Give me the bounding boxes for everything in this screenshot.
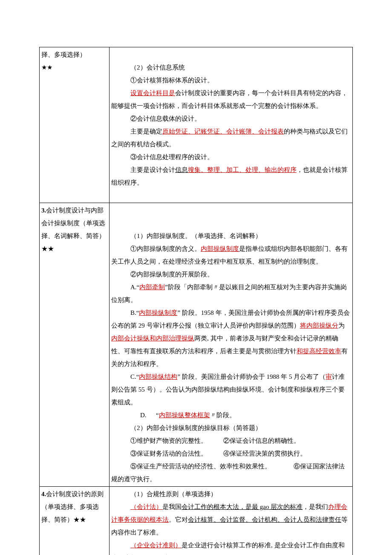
row3-left-cell: 3.会计制度设计与内部会计操纵制度（单项选择、名词解释、简答）★★ [40,203,110,487]
link-vouchers: 原始凭证、记账凭证、会计账簿、会计报表 [162,128,284,135]
row2-right-cell: （2）会计信息系统 ①会计核算指标体系的设计。 设置会计科目是会计制度设计的重要… [110,47,353,203]
row-section-3: 3.会计制度设计与内部会计操纵制度（单项选择、名词解释、简答）★★ （1）内部操… [40,203,353,487]
row2-item3: ③会计信息处理程序的设计。 [111,151,351,163]
row4-left-cell: 4.会计制度设计的原则（单项选择、多项选择、简答）★★ [40,487,110,555]
row3-empty2 [111,217,351,230]
link-internal-acc-control: 内部会计操纵和内部治理操纵 [111,335,194,342]
link-set-accounts: 设置会计科目是 [130,90,175,96]
row-section-2: 择、多项选择） ★★ （2）会计信息系统 ①会计核算指标体系的设计。 设置会计科… [40,47,353,203]
row3-phase-a: A.“内部牵制”阶段「内部牵制〃是以账目之间的相互核对为主要内容并实施岗位别离。 [111,281,351,306]
row4-left: 4.会计制度设计的原则（单项选择、多项选择、简答）★★ [41,488,107,526]
link-efficiency: 和提高经营效率 [297,348,341,355]
row3-def: ①内部操纵制度的含义。内部操纵制度是指单位或组织内部各职能部门、各有关工作人员之… [111,242,351,268]
row3-goal-1-2: ①维护财产物资的完整性。②保证会计信息的精确性。 [111,434,351,447]
link-internal-framework: 内部操纵整体框架 [159,412,210,418]
row2-left-line1: 择、多项选择） [41,48,107,61]
link-process: 搜集、整理、加工、处理、输出的程序 [188,166,297,173]
row3-phases: ②内部操纵制度的开展阶段。 [111,268,351,281]
row4-right-cell: （1）合规性原则（单项选择） （会计法）是我国会计工作的根本大法，是最 gao … [110,487,353,555]
link-accounting-law: （会计法） [130,503,162,510]
row2-item2: ②会计信息载体的设计。 [111,112,351,125]
link-internal-structure: 内部操纵结构 [139,373,177,380]
row2-left-cell: 择、多项选择） ★★ [40,47,110,203]
row3-phase-b: B.“内部操纵制度” 阶段。1958 年，美国注册会计师协会所属的审计程序委员会… [111,306,351,370]
row4-p2: （企业会计准则）是企业进行会计核算工作的标准, 是企业会计工作自由度和统一度相平… [111,539,351,555]
content-table: 择、多项选择） ★★ （2）会计信息系统 ①会计核算指标体系的设计。 设置会计科… [39,47,353,555]
row3-left: 3.会计制度设计与内部会计操纵制度（单项选择、名词解释、简答）★★ [41,204,107,255]
row2-sub-title: （2）会计信息系统 [111,61,351,74]
row-section-4: 4.会计制度设计的原则（单项选择、多项选择、简答）★★ （1）合规性原则（单项选… [40,487,353,555]
row2-item2-desc: 主要是确定原始凭证、记账凭证、会计账簿、会计报表的种类与格式以及它们之间的有机结… [111,125,351,151]
row2-trailing [111,189,351,202]
row3-empty1 [111,204,351,217]
row3-phase-d: D.“内部操纵整体框架〃阶段。 [111,409,351,421]
row3-goal-3-4: ③保证财务活动的合法性。④保证经营决策的贯彻执行。 [111,447,351,460]
row2-item1: ①会计核算指标体系的设计。 [111,74,351,87]
row3-right-cell: （1）内部操纵制度。（单项选择、名词解释） ①内部操纵制度的含义。内部操纵制度是… [110,203,353,487]
row3-phase-c: C.“内部操纵结构” 阶段。美国注册会计师协会于 1988 年 5 月公布了（审… [111,370,351,409]
row2-left-stars: ★★ [41,61,107,74]
row3-sub1: （1）内部操纵制度。（单项选择、名词解释） [111,230,351,242]
link-enterprise-standards: （企业会计准则） [130,542,182,549]
row2-empty [111,48,351,61]
row2-item1-desc: 设置会计科目是会计制度设计的重要内容，每一个会计科目具有特定的内容，能够提供一项… [111,87,351,112]
row4-p1: （会计法）是我国会计工作的根本大法，是最 gao 层次的标准，是我们办理会计事务… [111,500,351,539]
row2-item3-desc: 主要是设计会计信息搜集、整理、加工、处理、输出的程序，也就是会计核算组织程序。 [111,163,351,189]
link-internal-control: 内部操纵制度 [201,245,239,252]
link-internal-check: 内部牵制 [139,284,165,291]
row3-goal-5-6: ⑤保证生产经营活动的经济性、效率性和效果性。⑥保证国家法律法规的遵守执行。 [111,460,351,485]
row4-sub1: （1）合规性原则（单项选择） [111,488,351,500]
link-internal-control-sys: 内部操纵制度 [139,309,177,316]
row3-sub2: （2）内部会计操纵制度的操纵目标（简答题） [111,421,351,434]
